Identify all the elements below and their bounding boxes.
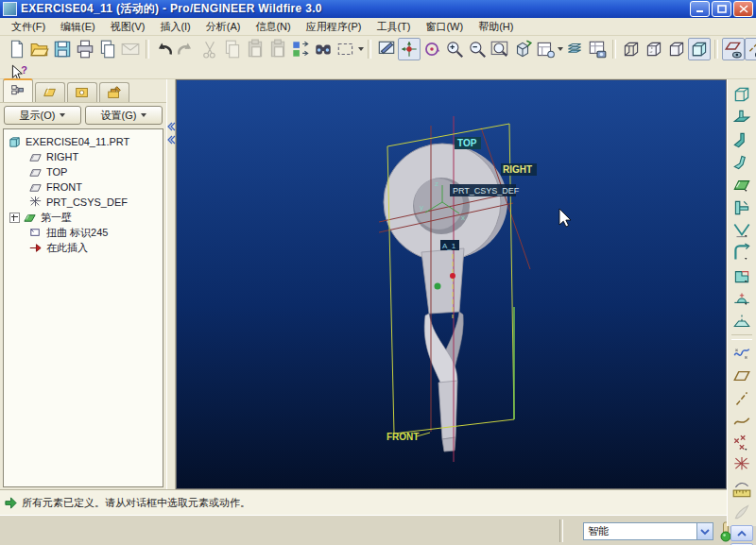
datum-plane-tool-icon[interactable] — [729, 365, 755, 387]
menu-info[interactable]: 信息(N) — [248, 18, 298, 36]
view-manager-icon[interactable] — [586, 38, 609, 60]
flat-wall-tool-icon[interactable] — [729, 106, 755, 128]
spin-center-icon[interactable] — [398, 38, 421, 60]
new-file-icon[interactable] — [6, 38, 28, 60]
right-plane-label[interactable]: RIGHT — [503, 164, 532, 175]
email-icon — [119, 38, 142, 60]
menu-window[interactable]: 窗口(W) — [418, 18, 471, 36]
favorites-tab[interactable] — [67, 82, 97, 102]
show-button[interactable]: 显示(O) — [4, 106, 81, 125]
sketch-tool-icon[interactable] — [729, 342, 755, 365]
tree-toolbar: 显示(O) 设置(G) — [0, 103, 166, 128]
close-button[interactable] — [733, 1, 753, 17]
print-icon[interactable] — [74, 38, 96, 60]
layers-icon[interactable] — [563, 38, 586, 60]
menu-applications[interactable]: 应用程序(P) — [299, 18, 369, 36]
model-tree-tab[interactable] — [3, 78, 33, 102]
style-tool-icon — [729, 501, 755, 523]
secondary-toolbar — [0, 62, 756, 79]
settings-button[interactable]: 设置(G) — [85, 106, 163, 125]
undo-icon[interactable] — [153, 38, 176, 60]
menu-tools[interactable]: 工具(T) — [369, 18, 418, 36]
panel-splitter[interactable] — [166, 79, 176, 489]
tree-row-front[interactable]: FRONT — [4, 179, 163, 195]
orient-mode-icon[interactable] — [421, 38, 443, 60]
app-icon — [3, 2, 17, 16]
svg-text:y: y — [420, 203, 423, 212]
measure-tool-icon[interactable] — [729, 478, 755, 501]
toolbar-separator — [612, 40, 616, 59]
zoom-out-icon[interactable] — [466, 38, 489, 60]
front-plane-label[interactable]: FRONT — [387, 432, 419, 442]
reorient-view-icon[interactable] — [511, 38, 534, 60]
layer-tree-tab[interactable] — [35, 82, 65, 102]
refit-icon[interactable] — [489, 38, 511, 60]
find-icon[interactable] — [312, 38, 335, 60]
top-plane-label[interactable]: TOP — [457, 138, 477, 148]
regenerate-icon[interactable] — [289, 38, 312, 60]
shaded-icon[interactable] — [688, 38, 711, 60]
minimize-button[interactable] — [690, 1, 710, 17]
tree-row-top[interactable]: TOP — [4, 164, 163, 179]
wireframe-icon[interactable] — [620, 38, 643, 60]
scroll-up-icon[interactable] — [730, 525, 753, 541]
toolbar-separator — [146, 40, 149, 59]
datum-axes-toggle-icon[interactable] — [745, 38, 756, 60]
csys-label[interactable]: PRT_CSYS_DEF — [453, 186, 520, 196]
tree-row-right[interactable]: RIGHT — [4, 149, 163, 164]
collapse-panel-icon[interactable] — [166, 122, 176, 131]
zoom-in-icon[interactable] — [443, 38, 466, 60]
drag-handle-red[interactable] — [450, 273, 455, 279]
select-dropdown-icon[interactable] — [358, 47, 364, 51]
twist-wall-tool-icon[interactable] — [729, 151, 755, 174]
datum-point-tool-icon[interactable] — [729, 433, 755, 455]
bend-tool-icon[interactable] — [729, 219, 755, 242]
edge-bend-tool-icon[interactable] — [729, 242, 755, 264]
corner-relief-tool-icon[interactable] — [729, 264, 755, 287]
open-icon[interactable] — [28, 38, 51, 60]
tree-row-part[interactable]: EXERCISE04_11.PRT — [4, 134, 163, 149]
hidden-line-icon[interactable] — [643, 38, 665, 60]
window-title: EXERCISE04_11 (活动的) - Pro/ENGINEER Wildf… — [21, 1, 688, 17]
expand-icon[interactable] — [9, 213, 20, 223]
merge-wall-tool-icon[interactable] — [729, 196, 755, 219]
selection-filter-combo[interactable]: 智能 — [583, 522, 713, 540]
menu-edit[interactable]: 编辑(E) — [53, 18, 103, 36]
flange-wall-tool-icon[interactable] — [729, 128, 755, 151]
menu-insert[interactable]: 插入(I) — [152, 18, 198, 36]
maximize-button[interactable] — [712, 1, 731, 17]
flat-pattern-tool-icon[interactable] — [729, 310, 755, 332]
datum-planes-toggle-icon[interactable] — [722, 38, 745, 60]
status-divider — [559, 519, 563, 542]
form-tool-icon[interactable] — [729, 287, 755, 310]
drag-handle-green[interactable] — [435, 283, 441, 290]
axis-label[interactable]: A_1 — [442, 242, 456, 250]
unattached-wall-tool-icon[interactable] — [729, 174, 755, 196]
save-a-copy-icon[interactable] — [96, 38, 119, 60]
extrude-tool-icon[interactable] — [729, 83, 755, 106]
datum-axis-tool-icon[interactable] — [729, 387, 755, 410]
datum-csys-tool-icon[interactable] — [729, 455, 755, 478]
tree-row-csys[interactable]: PRT_CSYS_DEF — [4, 195, 163, 210]
csys-icon — [28, 196, 43, 210]
datum-curve-tool-icon[interactable] — [729, 410, 755, 433]
saved-views-icon[interactable] — [534, 38, 557, 60]
combo-dropdown-button[interactable] — [696, 523, 713, 539]
tree-row-twist[interactable]: 扭曲 标识245 — [4, 225, 163, 240]
settings-dropdown-icon — [141, 113, 146, 117]
tree-row-insert-here[interactable]: 在此插入 — [4, 240, 163, 255]
repaint-icon[interactable] — [375, 38, 398, 60]
select-icon[interactable] — [335, 38, 357, 60]
history-tab[interactable] — [99, 82, 129, 102]
show-dropdown-icon — [60, 113, 65, 117]
save-icon[interactable] — [51, 38, 74, 60]
menu-help[interactable]: 帮助(H) — [471, 18, 521, 36]
no-hidden-icon[interactable] — [665, 38, 688, 60]
menu-analysis[interactable]: 分析(A) — [198, 18, 249, 36]
tree-row-first-wall[interactable]: 第一壁 — [4, 210, 163, 225]
menu-file[interactable]: 文件(F) — [4, 18, 53, 36]
insert-here-icon — [28, 241, 43, 255]
graphics-area[interactable]: z y x TOP RIGHT FRONT PRT_CSYS_DEF — [176, 79, 727, 489]
collapse-panel-icon[interactable] — [166, 135, 176, 145]
menu-view[interactable]: 视图(V) — [103, 18, 153, 36]
